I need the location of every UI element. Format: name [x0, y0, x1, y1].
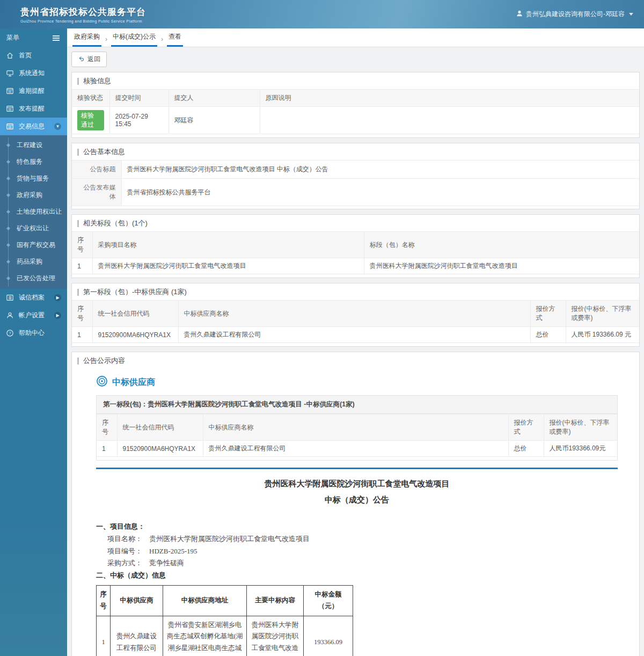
sidebar-subitem-published-notices[interactable]: 已发公告处理	[0, 270, 67, 287]
breadcrumb-item[interactable]: 中标(成交)公示	[111, 32, 157, 47]
caret-down-icon	[629, 13, 633, 16]
list-icon	[6, 294, 14, 302]
diamond-bullet-icon	[6, 210, 10, 214]
column-header: 提交人	[169, 90, 260, 107]
column-header: 中标供应商名称	[178, 301, 530, 327]
panel-title: 第一标段（包）-中标供应商 (1家)	[72, 283, 639, 300]
quote-amount: 人民币193366.09元	[544, 441, 617, 457]
sidebar-subitem-special-services[interactable]: 特色服务	[0, 154, 67, 170]
sidebar-item-help-center[interactable]: ? 帮助中心	[0, 324, 67, 342]
target-icon	[96, 375, 108, 389]
winner-panel: 第一标段（包）-中标供应商 (1家) 序号 统一社会信用代码 中标供应商名称 报…	[71, 283, 640, 347]
breadcrumb-separator: ›	[101, 35, 111, 47]
column-header: 核验状态	[72, 90, 109, 107]
sidebar-subitem-land-use[interactable]: 土地使用权出让	[0, 203, 67, 220]
table-row: 公告标题 贵州医科大学附属医院沙河街职工食堂电气改造项目 中标（成交）公告	[72, 161, 639, 179]
doc-icon	[6, 122, 14, 130]
column-header: 统一社会信用代码	[117, 414, 203, 441]
column-header: 统一社会信用代码	[92, 301, 178, 327]
sidebar-item-account-settings[interactable]: 帐户设置 ▶	[0, 307, 67, 324]
award-table: 序号 中标供应商 中标供应商地址 主要中标内容 中标金额（元） 1 贵州久鼎建设…	[96, 585, 353, 656]
sidebar-menu-header: 菜单	[0, 28, 67, 47]
diamond-bullet-icon	[6, 177, 10, 180]
sidebar-item-home[interactable]: 首页	[0, 47, 67, 64]
winner-table: 序号 统一社会信用代码 中标供应商名称 报价方式 报价(中标价、下浮率或费率) …	[72, 300, 639, 343]
doc-line: 采购方式： 竞争性磋商	[96, 557, 618, 570]
doc-line: 二、中标（成交）信息	[96, 570, 618, 582]
diamond-bullet-icon	[6, 243, 10, 247]
diamond-bullet-icon	[6, 143, 10, 147]
app-title: 贵州省招标投标公共服务平台	[20, 6, 146, 18]
sidebar-item-overdue-reminder[interactable]: 逾期提醒	[0, 82, 67, 100]
inner-winner-table-box: 序号 统一社会信用代码 中标供应商名称 报价方式 报价(中标价、下浮率或费率) …	[96, 413, 618, 461]
doc-subtitle: 中标（成交）公告	[96, 492, 618, 508]
sidebar-subitem-gov-procurement[interactable]: 政府采购	[0, 187, 67, 203]
doc-icon	[6, 87, 14, 95]
sidebar-item-label: 诚信档案	[19, 293, 45, 302]
column-header: 原因说明	[260, 90, 639, 107]
chevron-down-circle-icon: ▼	[54, 123, 61, 130]
project-name: 贵州医科大学附属医院沙河街职工食堂电气改造项目	[92, 258, 364, 274]
sidebar-item-publish-reminder[interactable]: 发布提醒	[0, 100, 67, 118]
status-badge: 核验通过	[77, 110, 104, 130]
column-header: 报价(中标价、下浮率或费率)	[566, 301, 639, 327]
column-header: 中标金额（元）	[304, 585, 353, 616]
column-header: 提交时间	[109, 90, 169, 107]
announcement-document: 贵州医科大学附属医院沙河街职工食堂电气改造项目 中标（成交）公告 一、项目信息：…	[96, 476, 618, 656]
home-icon	[6, 52, 14, 60]
breadcrumb-item[interactable]: 查看	[167, 32, 183, 47]
announcement-content: 中标供应商 第一标段(包)：贵州医科大学附属医院沙河街职工食堂电气改造项目 -中…	[72, 369, 639, 656]
app-subtitle: GuiZhou Province Tendering and Bidding P…	[20, 19, 146, 23]
section-name: 贵州医科大学附属医院沙河街职工食堂电气改造项目	[364, 258, 639, 274]
related-sections-panel: 相关标段（包）(1个) 序号 采购项目名称 标段（包）名称 1 贵州医科大学附属…	[71, 214, 640, 278]
quote-method: 总价	[508, 441, 544, 457]
column-header: 主要中标内容	[247, 585, 304, 616]
sidebar-item-label: 首页	[19, 51, 32, 60]
supplier-name: 贵州久鼎建设工程有限公司	[111, 616, 163, 656]
sidebar-subitem-state-property[interactable]: 国有产权交易	[0, 237, 67, 253]
doc-line: 一、项目信息：	[96, 521, 618, 533]
user-icon	[516, 10, 523, 19]
chevron-right-circle-icon: ▶	[54, 312, 61, 319]
column-header: 报价方式	[508, 414, 544, 441]
column-header: 采购项目名称	[92, 232, 364, 258]
field-value: 贵州医科大学附属医院沙河街职工食堂电气改造项目 中标（成交）公告	[121, 161, 639, 179]
credit-code: 91520900MA6HQYRA1X	[117, 441, 203, 457]
row-index: 1	[72, 258, 92, 274]
sidebar-subitem-mining-rights[interactable]: 矿业权出让	[0, 220, 67, 237]
sidebar-item-label: 系统通知	[19, 69, 45, 78]
sidebar-item-credit-archive[interactable]: 诚信档案 ▶	[0, 289, 67, 307]
column-header: 序号	[97, 414, 117, 441]
title-marker	[77, 220, 79, 227]
hamburger-icon[interactable]	[52, 34, 61, 42]
inner-winner-table: 序号 统一社会信用代码 中标供应商名称 报价方式 报价(中标价、下浮率或费率) …	[97, 414, 617, 457]
sidebar-item-notifications[interactable]: 系统通知	[0, 64, 67, 82]
doc-line: 项目名称： 贵州医科大学附属医院沙河街职工食堂电气改造项目	[96, 533, 618, 545]
sidebar-item-label: 帐户设置	[19, 311, 45, 320]
sidebar-item-transaction-info[interactable]: 交易信息 ▼	[0, 118, 67, 135]
column-header: 序号	[97, 585, 111, 616]
panel-title: 公告公示内容	[72, 352, 639, 369]
user-menu[interactable]: 贵州弘典建设咨询有限公司-邓廷容	[516, 10, 633, 19]
sidebar-subitem-drug-procurement[interactable]: 药品采购	[0, 253, 67, 270]
person-icon	[6, 311, 14, 319]
sidebar-item-label: 帮助中心	[19, 329, 45, 338]
panel-title: 相关标段（包）(1个)	[72, 215, 639, 231]
back-icon	[78, 55, 85, 64]
back-button[interactable]: 返回	[71, 52, 107, 67]
verify-table: 核验状态 提交时间 提交人 原因说明 核验通过 2025-07-29 15:45…	[72, 89, 639, 134]
doc-line: 项目编号： HDZB-2025-195	[96, 545, 618, 558]
sidebar-subitem-engineering[interactable]: 工程建设	[0, 137, 67, 154]
supplier-name: 贵州久鼎建设工程有限公司	[178, 327, 530, 343]
award-content: 贵州医科大学附属医院沙河街职工食堂电气改造项目	[247, 616, 304, 656]
basic-info-table: 公告标题 贵州医科大学附属医院沙河街职工食堂电气改造项目 中标（成交）公告 公告…	[72, 160, 639, 206]
blue-divider	[96, 468, 618, 469]
doc-icon	[6, 105, 14, 113]
breadcrumb-item[interactable]: 政府采购	[72, 32, 101, 47]
column-header: 序号	[72, 301, 92, 327]
sidebar-subitem-goods-services[interactable]: 货物与服务	[0, 170, 67, 187]
panel-title: 核验信息	[72, 72, 639, 89]
award-amount: 193366.09	[304, 616, 353, 656]
announcement-panel: 公告公示内容 中标供应商 第一标段(包)：贵州医科大学附属医院沙河街职工食堂电气…	[71, 352, 640, 656]
field-label: 公告发布媒体	[72, 179, 121, 206]
